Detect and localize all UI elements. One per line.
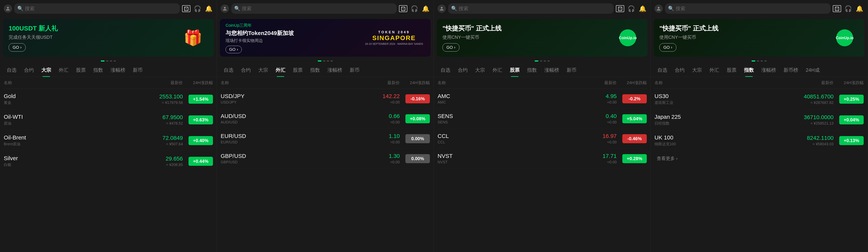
- tab-新币[interactable]: 新币: [346, 63, 363, 77]
- tab-新币[interactable]: 新币: [129, 63, 146, 77]
- tab-外汇[interactable]: 外汇: [489, 63, 506, 77]
- tab-合约[interactable]: 合约: [237, 63, 254, 77]
- screen-icon[interactable]: ⊡: [833, 5, 841, 12]
- row-sub: EUR/USD: [221, 140, 310, 144]
- search-icon: 🔍: [668, 6, 674, 11]
- banner-btn[interactable]: GO ›: [442, 43, 459, 52]
- headphone-icon[interactable]: 🎧: [627, 4, 636, 13]
- tab-24H成[interactable]: 24H成: [802, 63, 824, 77]
- screen-icon[interactable]: ⊡: [616, 5, 624, 12]
- table-row[interactable]: SENS SENS 0.40 ≈0.00 +5.04%: [437, 109, 648, 129]
- avatar[interactable]: [4, 4, 12, 13]
- dot-4[interactable]: [114, 60, 116, 62]
- row-name-col: EUR/USD EUR/USD: [221, 133, 310, 144]
- avatar[interactable]: [654, 4, 663, 13]
- tab-涨幅榜[interactable]: 涨幅榜: [541, 63, 563, 77]
- avatar[interactable]: [438, 4, 446, 13]
- tab-自选[interactable]: 自选: [220, 63, 237, 77]
- table-row[interactable]: Japan 225 日经指数 36710.0000 ≈ ¥258521.13 +…: [654, 109, 864, 130]
- row-name-col: AUD/USD AUD/USD: [221, 113, 310, 124]
- table-row[interactable]: CCL CCL 16.97 ≈0.00 -0.46%: [437, 129, 648, 149]
- dot-3[interactable]: [761, 60, 763, 62]
- tab-合约[interactable]: 合约: [454, 63, 471, 77]
- tab-外汇[interactable]: 外汇: [55, 63, 72, 77]
- banner-btn[interactable]: GO ›: [659, 43, 676, 52]
- dot-3[interactable]: [110, 60, 112, 62]
- banner-btn[interactable]: GO ›: [9, 43, 26, 52]
- search-bar[interactable]: 🔍 搜索: [665, 3, 831, 14]
- tab-涨幅榜[interactable]: 涨幅榜: [757, 63, 780, 77]
- bell-icon[interactable]: 🔔: [205, 4, 213, 13]
- headphone-icon[interactable]: 🎧: [193, 4, 202, 13]
- table-row[interactable]: NVST NVST 17.71 ≈0.00 +0.28%: [437, 149, 648, 169]
- dot-1[interactable]: [318, 60, 321, 62]
- table-row[interactable]: Oil-WTI 原油 67.9500 ≈ ¥478.52 +0.63%: [3, 109, 214, 130]
- table-row[interactable]: AMC AMC 4.95 ≈0.00 -0.2%: [437, 89, 648, 109]
- screen-icon[interactable]: ⊡: [182, 5, 190, 12]
- tab-股票[interactable]: 股票: [723, 63, 740, 77]
- bell-icon[interactable]: 🔔: [639, 4, 647, 13]
- table-row[interactable]: AUD/USD AUD/USD 0.66 ≈0.00 +0.08%: [220, 109, 431, 129]
- table-row[interactable]: GBP/USD GBP/USD 1.30 ≈0.00 0.00%: [220, 149, 431, 169]
- tab-新币[interactable]: 新币: [563, 63, 580, 77]
- tab-指数[interactable]: 指数: [306, 63, 324, 77]
- banner-btn[interactable]: GO ›: [225, 46, 242, 53]
- screen-icon[interactable]: ⊡: [399, 5, 407, 12]
- dot-4[interactable]: [764, 60, 767, 62]
- tab-涨幅榜[interactable]: 涨幅榜: [324, 63, 346, 77]
- table-row[interactable]: Gold 黄金 2553.100 ≈ ¥17979.58 +1.54%: [3, 89, 214, 109]
- tab-股票[interactable]: 股票: [289, 63, 306, 77]
- dot-3[interactable]: [327, 60, 329, 62]
- row-name-col: SENS SENS: [438, 113, 527, 124]
- search-bar[interactable]: 🔍 搜索: [448, 3, 614, 14]
- row-change-col: +0.04%: [834, 115, 864, 124]
- dot-3[interactable]: [544, 60, 546, 62]
- tab-自选[interactable]: 自选: [3, 63, 20, 77]
- search-bar[interactable]: 🔍 搜索: [14, 3, 180, 14]
- see-more-link[interactable]: 查看更多 ›: [654, 151, 864, 166]
- dot-2[interactable]: [323, 60, 325, 62]
- search-bar[interactable]: 🔍 搜索: [231, 3, 397, 14]
- dot-4[interactable]: [548, 60, 550, 62]
- tab-指数[interactable]: 指数: [90, 63, 107, 77]
- table-row[interactable]: Silver 白银 29.656 ≈ ¥208.85 +0.44%: [3, 151, 214, 171]
- tab-自选[interactable]: 自选: [654, 63, 671, 77]
- tab-外汇[interactable]: 外汇: [272, 63, 289, 77]
- dot-4[interactable]: [331, 60, 333, 62]
- headphone-icon[interactable]: 🎧: [410, 4, 418, 13]
- dot-2[interactable]: [106, 60, 108, 62]
- row-sub: 纳斯达克100: [654, 141, 744, 147]
- bell-icon[interactable]: 🔔: [422, 4, 430, 13]
- tab-合约[interactable]: 合约: [20, 63, 38, 77]
- tab-股票[interactable]: 股票: [506, 63, 523, 77]
- col-price-header: 最新价: [744, 80, 834, 86]
- tab-股票[interactable]: 股票: [72, 63, 90, 77]
- table-row[interactable]: UK 100 纳斯达克100 8242.1100 ≈ ¥58043.03 +0.…: [654, 130, 864, 151]
- tab-合约[interactable]: 合约: [671, 63, 688, 77]
- table-row[interactable]: EUR/USD EUR/USD 1.10 ≈0.00 0.00%: [220, 129, 431, 149]
- table-row[interactable]: US30 道琼斯工业 40851.6700 ≈ ¥287687.82 +0.25…: [654, 89, 864, 109]
- tab-涨幅榜[interactable]: 涨幅榜: [107, 63, 129, 77]
- tab-新币榜[interactable]: 新币榜: [780, 63, 802, 77]
- headphone-icon[interactable]: 🎧: [844, 4, 852, 13]
- dot-1[interactable]: [751, 60, 755, 62]
- table-row[interactable]: USD/JPY USD/JPY 142.22 ≈0.00 -0.16%: [220, 89, 431, 109]
- tab-指数[interactable]: 指数: [523, 63, 541, 77]
- dot-1[interactable]: [535, 60, 538, 62]
- tab-大宗[interactable]: 大宗: [38, 63, 55, 77]
- tab-大宗[interactable]: 大宗: [471, 63, 489, 77]
- avatar[interactable]: [221, 4, 229, 13]
- header-icons: ⊡ 🎧 🔔: [833, 4, 864, 13]
- change-badge: -0.46%: [622, 134, 647, 143]
- col-change-header: 24H涨跌幅: [834, 80, 864, 86]
- tab-大宗[interactable]: 大宗: [688, 63, 706, 77]
- bell-icon[interactable]: 🔔: [856, 4, 864, 13]
- dot-2[interactable]: [757, 60, 759, 62]
- tab-大宗[interactable]: 大宗: [254, 63, 272, 77]
- table-row[interactable]: Oil-Brent Brent原油 72.0849 ≈ ¥507.64 +0.4…: [3, 130, 214, 151]
- tab-指数[interactable]: 指数: [740, 63, 757, 77]
- tab-外汇[interactable]: 外汇: [706, 63, 723, 77]
- tab-自选[interactable]: 自选: [437, 63, 454, 77]
- dot-2[interactable]: [540, 60, 542, 62]
- dot-1[interactable]: [101, 60, 104, 62]
